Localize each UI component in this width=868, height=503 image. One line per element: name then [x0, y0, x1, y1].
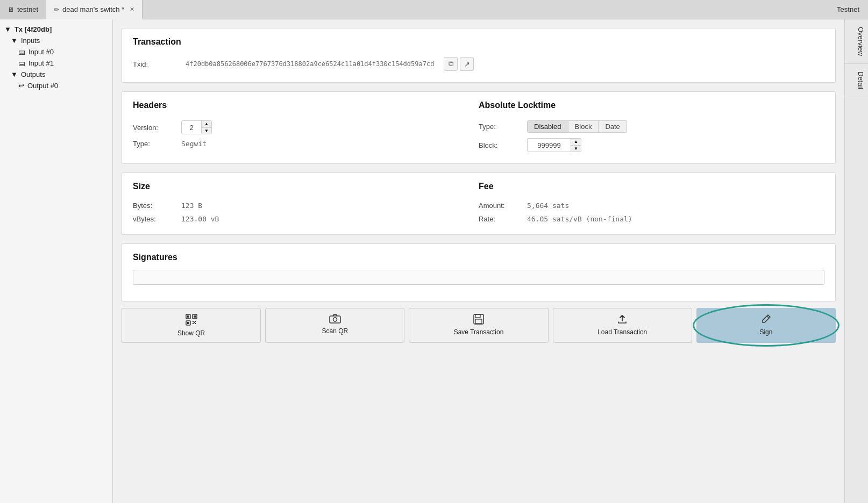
sidebar-item-input1[interactable]: 🖴 Input #1: [0, 58, 112, 69]
sidebar-item-tx[interactable]: ▼ Tx [4f20db]: [0, 24, 112, 35]
svg-rect-7: [195, 321, 196, 322]
tx-arrow-icon: ▼: [4, 25, 11, 33]
tab-overview[interactable]: Overview: [845, 19, 868, 64]
headers-col: Headers Version: ▲ ▼ Type: S: [133, 100, 479, 155]
upload-icon: [617, 314, 628, 326]
version-row: Version: ▲ ▼: [133, 118, 479, 137]
svg-rect-5: [187, 322, 189, 324]
main-layout: ▼ Tx [4f20db] ▼ Inputs 🖴 Input #0 🖴 Inpu…: [0, 19, 868, 503]
sidebar-item-output0[interactable]: ↩ Output #0: [0, 80, 112, 91]
pen-icon: [760, 314, 771, 326]
tab-testnet[interactable]: 🖥 testnet: [0, 0, 46, 19]
block-down-button[interactable]: ▼: [571, 145, 581, 152]
input0-icon: 🖴: [18, 48, 25, 56]
locktime-type-label: Type:: [479, 123, 527, 131]
size-col: Size Bytes: 123 B vBytes: 123.00 vB: [133, 182, 479, 226]
svg-point-12: [333, 318, 337, 321]
content-area: Transaction Txid: 4f20db0a856268006e7767…: [113, 19, 844, 503]
sidebar-item-outputs[interactable]: ▼ Outputs: [0, 69, 112, 80]
locktime-date-button[interactable]: Date: [599, 120, 627, 133]
block-spinner[interactable]: ▲ ▼: [527, 138, 581, 152]
rate-label: Rate:: [479, 215, 527, 223]
locktime-block-label: Block:: [479, 141, 527, 149]
amount-value: 5,664 sats: [527, 202, 569, 210]
rate-row: Rate: 46.05 sats/vB (non-final): [479, 212, 824, 226]
load-transaction-button[interactable]: Load Transaction: [553, 308, 692, 343]
sidebar-item-inputs[interactable]: ▼ Inputs: [0, 35, 112, 46]
sidebar-outputs-label: Outputs: [21, 70, 46, 78]
inputs-arrow-icon: ▼: [11, 37, 18, 45]
sidebar-item-input0[interactable]: 🖴 Input #0: [0, 46, 112, 58]
locktime-col: Absolute Locktime Type: Disabled Block D…: [479, 100, 824, 155]
version-spinner-btns: ▲ ▼: [201, 121, 211, 134]
svg-rect-3: [194, 315, 196, 318]
tab-dead-mans-switch-label: dead man's switch *: [62, 5, 124, 13]
sidebar-tx-label: Tx [4f20db]: [15, 25, 52, 33]
locktime-type-row: Type: Disabled Block Date: [479, 118, 824, 135]
show-qr-button[interactable]: Show QR: [122, 308, 261, 343]
svg-rect-6: [193, 321, 194, 322]
sidebar-input0-label: Input #0: [29, 48, 54, 56]
locktime-type-buttons: Disabled Block Date: [527, 120, 627, 133]
sidebar: ▼ Tx [4f20db] ▼ Inputs 🖴 Input #0 🖴 Inpu…: [0, 19, 113, 503]
testnet-icon: 🖥: [8, 6, 14, 13]
rate-value: 46.05 sats/vB (non-final): [527, 215, 632, 223]
save-transaction-button[interactable]: Save Transaction: [409, 308, 548, 343]
vbytes-value: 123.00 vB: [181, 215, 219, 223]
version-label: Version:: [133, 124, 181, 132]
load-transaction-label: Load Transaction: [597, 328, 647, 336]
svg-rect-15: [475, 319, 482, 324]
version-up-button[interactable]: ▲: [202, 121, 211, 127]
sign-label: Sign: [759, 328, 772, 336]
scan-qr-button[interactable]: Scan QR: [265, 308, 404, 343]
sidebar-inputs-label: Inputs: [21, 37, 40, 45]
txid-row: Txid: 4f20db0a856268006e7767376d318802a9…: [133, 54, 824, 74]
txid-label: Txid:: [133, 60, 181, 68]
headers-title: Headers: [133, 100, 479, 110]
svg-rect-14: [475, 314, 480, 318]
tab-bar: 🖥 testnet ✏ dead man's switch * ✕ Testne…: [0, 0, 868, 19]
version-input[interactable]: [182, 123, 201, 133]
bytes-value: 123 B: [181, 202, 202, 210]
amount-label: Amount:: [479, 202, 527, 210]
block-up-button[interactable]: ▲: [571, 139, 581, 145]
bytes-row: Bytes: 123 B: [133, 199, 479, 212]
fee-col: Fee Amount: 5,664 sats Rate: 46.05 sats/…: [479, 182, 824, 226]
copy-txid-button[interactable]: ⧉: [444, 57, 458, 71]
version-spinner[interactable]: ▲ ▼: [181, 120, 212, 134]
output0-icon: ↩: [18, 82, 24, 90]
save-transaction-label: Save Transaction: [454, 328, 504, 336]
locktime-block-button[interactable]: Block: [568, 120, 599, 133]
tab-close-button[interactable]: ✕: [130, 6, 134, 13]
tab-dead-mans-switch[interactable]: ✏ dead man's switch * ✕: [46, 0, 143, 19]
svg-rect-9: [195, 323, 196, 324]
sidebar-input1-label: Input #1: [29, 59, 54, 67]
input1-icon: 🖴: [18, 59, 25, 67]
block-input[interactable]: [528, 140, 571, 150]
vbytes-label: vBytes:: [133, 215, 181, 223]
fee-title: Fee: [479, 182, 824, 191]
edit-icon: ✏: [54, 6, 59, 13]
sign-button[interactable]: Sign: [696, 308, 836, 343]
signatures-title: Signatures: [133, 253, 824, 262]
version-down-button[interactable]: ▼: [202, 127, 211, 134]
locktime-disabled-button[interactable]: Disabled: [527, 120, 568, 133]
camera-icon: [329, 314, 341, 325]
type-value: Segwit: [181, 140, 207, 148]
show-qr-label: Show QR: [177, 329, 205, 337]
size-title: Size: [133, 182, 479, 191]
outputs-arrow-icon: ▼: [11, 70, 18, 78]
open-txid-button[interactable]: ↗: [460, 57, 474, 71]
size-fee-cols: Size Bytes: 123 B vBytes: 123.00 vB Fee …: [133, 182, 824, 226]
type-label: Type:: [133, 140, 181, 148]
tab-detail[interactable]: Detail: [845, 64, 868, 97]
signatures-section: Signatures: [122, 243, 836, 301]
headers-locktime-cols: Headers Version: ▲ ▼ Type: S: [133, 100, 824, 155]
svg-rect-11: [330, 316, 340, 323]
network-label: Testnet: [828, 0, 868, 19]
locktime-block-row: Block: ▲ ▼: [479, 135, 824, 155]
svg-rect-1: [187, 315, 189, 318]
tab-testnet-label: testnet: [17, 5, 38, 13]
signature-input[interactable]: [133, 270, 824, 285]
transaction-section: Transaction Txid: 4f20db0a856268006e7767…: [122, 28, 836, 83]
